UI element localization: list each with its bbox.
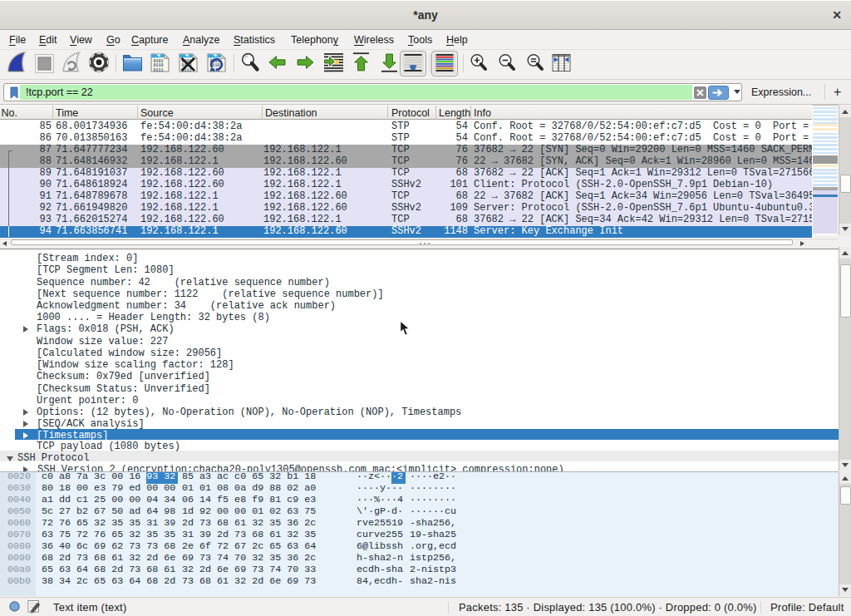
svg-text:0111: 0111 [154, 68, 164, 72]
